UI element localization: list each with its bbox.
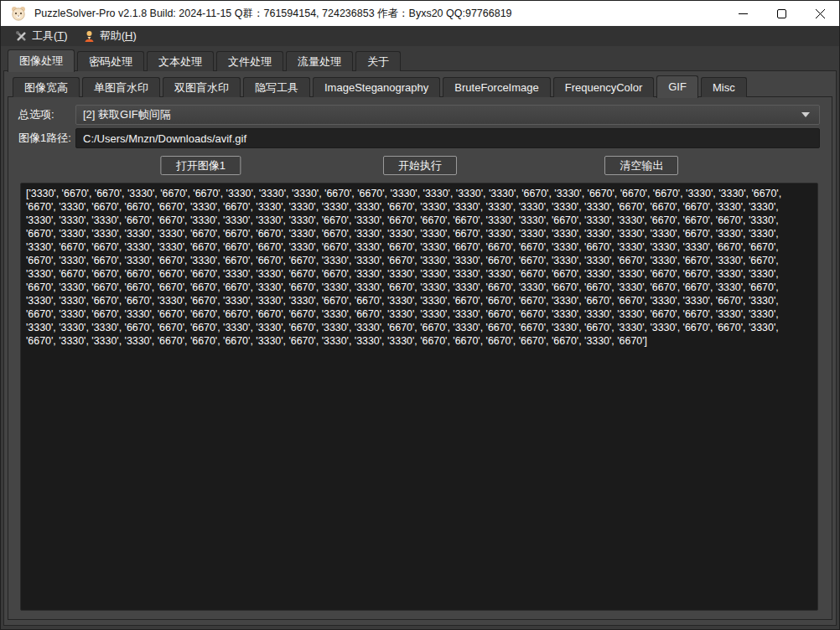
clear-output-button[interactable]: 清空输出 (604, 156, 678, 175)
option-row: 总选项: [2] 获取GIF帧间隔 (18, 105, 822, 125)
app-window: { "titlebar": { "title": "PuzzleSolver-P… (0, 0, 840, 630)
open-image1-button[interactable]: 打开图像1 (161, 156, 241, 175)
tab-bruteforce-image[interactable]: BruteForceImage (443, 77, 550, 97)
image-processing-pane: 图像宽高 单图盲水印 双图盲水印 隐写工具 ImageSteganography… (3, 70, 837, 626)
menu-tools[interactable]: 工具(T) (8, 26, 75, 46)
image1-path-input[interactable] (75, 128, 820, 148)
main-tabbar: 图像处理 密码处理 文本处理 文件处理 流量处理 关于 (8, 49, 839, 71)
output-line: '6670', '3330', '3330', '3330', '6670', … (26, 334, 812, 348)
tab-stego-tools[interactable]: 隐写工具 (243, 77, 310, 97)
output-line: '6670', '3330', '3330', '3330', '3330', … (26, 227, 812, 240)
tab-image-steganography[interactable]: ImageSteganography (313, 77, 440, 97)
app-icon (11, 6, 26, 21)
main-content: 图像处理 密码处理 文本处理 文件处理 流量处理 关于 图像宽高 单图盲水印 双… (1, 46, 839, 629)
chevron-down-icon (801, 112, 810, 117)
menu-tools-label: 工具(T) (32, 28, 68, 44)
image1-path-label: 图像1路径: (18, 131, 75, 146)
window-title: PuzzleSolver-Pro v2.1.8 Build: 2024-11-1… (34, 7, 512, 21)
output-line: '3330', '6670', '6670', '3330', '3330', … (26, 240, 812, 254)
output-line: '3330', '3330', '3330', '6670', '6670', … (26, 214, 812, 227)
output-line: '6670', '3330', '6670', '3330', '6670', … (26, 307, 812, 321)
tab-image-processing[interactable]: 图像处理 (8, 49, 75, 72)
image1-path-row: 图像1路径: (18, 128, 822, 148)
output-line: '3330', '3330', '6670', '6670', '3330', … (26, 294, 812, 307)
option-selected-value: [2] 获取GIF帧间隔 (83, 107, 801, 122)
help-icon (83, 30, 96, 43)
sub-tabbar: 图像宽高 单图盲水印 双图盲水印 隐写工具 ImageSteganography… (13, 75, 836, 97)
minimize-button[interactable] (723, 1, 762, 26)
menu-help[interactable]: 帮助(H) (75, 26, 144, 46)
output-console[interactable]: ['3330', '6670', '6670', '3330', '6670',… (20, 183, 818, 611)
tab-gif[interactable]: GIF (656, 75, 698, 98)
tab-image-size[interactable]: 图像宽高 (13, 77, 80, 97)
tab-file-processing[interactable]: 文件处理 (216, 51, 283, 71)
tab-about[interactable]: 关于 (355, 51, 401, 71)
option-label: 总选项: (18, 107, 75, 122)
output-line: '3330', '3330', '3330', '6670', '6670', … (26, 321, 812, 334)
tab-double-watermark[interactable]: 双图盲水印 (163, 77, 241, 97)
menu-help-label: 帮助(H) (100, 28, 137, 44)
output-line: ['3330', '6670', '6670', '3330', '6670',… (26, 187, 812, 200)
tab-text-processing[interactable]: 文本处理 (147, 51, 214, 71)
tools-icon (15, 30, 28, 43)
titlebar: PuzzleSolver-Pro v2.1.8 Build: 2024-11-1… (1, 1, 839, 26)
maximize-button[interactable] (762, 1, 801, 26)
tab-frequency-color[interactable]: FrequencyColor (553, 77, 655, 97)
tab-crypto-processing[interactable]: 密码处理 (77, 51, 144, 71)
action-buttons-row: 打开图像1 开始执行 清空输出 (18, 156, 822, 175)
menubar: 工具(T) 帮助(H) (1, 26, 839, 46)
output-line: '6670', '3330', '6670', '6670', '6670', … (26, 200, 812, 214)
window-controls (723, 1, 839, 26)
gif-pane: 总选项: [2] 获取GIF帧间隔 图像1路径: 打开图像1 开始执行 清空输出… (8, 96, 832, 620)
tab-traffic-processing[interactable]: 流量处理 (286, 51, 353, 71)
output-line: '6670', '3330', '6670', '6670', '6670', … (26, 281, 812, 294)
start-execute-button[interactable]: 开始执行 (383, 156, 457, 175)
output-line: '3330', '6670', '6670', '6670', '6670', … (26, 267, 812, 281)
option-select[interactable]: [2] 获取GIF帧间隔 (75, 105, 820, 125)
output-line: '6670', '3330', '6670', '3330', '6670', … (26, 254, 812, 267)
tab-single-watermark[interactable]: 单图盲水印 (82, 77, 160, 97)
tab-misc[interactable]: Misc (701, 77, 747, 97)
close-button[interactable] (801, 1, 839, 26)
